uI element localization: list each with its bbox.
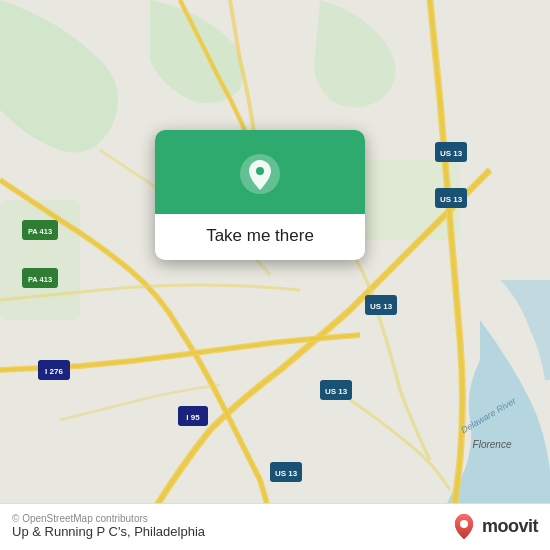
svg-point-25	[460, 520, 468, 528]
svg-text:I 95: I 95	[186, 413, 200, 422]
svg-text:PA 413: PA 413	[28, 227, 52, 236]
bottom-bar: © OpenStreetMap contributors Up & Runnin…	[0, 503, 550, 550]
svg-text:Florence: Florence	[473, 439, 512, 450]
svg-text:PA 413: PA 413	[28, 275, 52, 284]
popup-card: Take me there	[155, 130, 365, 260]
moovit-logo: moovit	[450, 512, 538, 540]
bottom-left: © OpenStreetMap contributors Up & Runnin…	[12, 513, 205, 539]
svg-text:US 13: US 13	[325, 387, 348, 396]
svg-text:US 13: US 13	[275, 469, 298, 478]
svg-text:US 13: US 13	[370, 302, 393, 311]
location-text: Up & Running P C's, Philadelphia	[12, 524, 205, 539]
svg-rect-1	[0, 200, 80, 320]
svg-text:US 13: US 13	[440, 195, 463, 204]
map-container: US 13 US 13 US 13 US 13 US 13 PA 413 PA …	[0, 0, 550, 550]
popup-green-header	[155, 130, 365, 214]
take-me-there-button[interactable]: Take me there	[190, 214, 330, 260]
svg-text:I 276: I 276	[45, 367, 63, 376]
svg-text:US 13: US 13	[440, 149, 463, 158]
svg-point-24	[256, 167, 264, 175]
moovit-text: moovit	[482, 516, 538, 537]
location-pin-icon	[238, 152, 282, 196]
moovit-icon	[450, 512, 478, 540]
copyright-text: © OpenStreetMap contributors	[12, 513, 205, 524]
map-background: US 13 US 13 US 13 US 13 US 13 PA 413 PA …	[0, 0, 550, 550]
